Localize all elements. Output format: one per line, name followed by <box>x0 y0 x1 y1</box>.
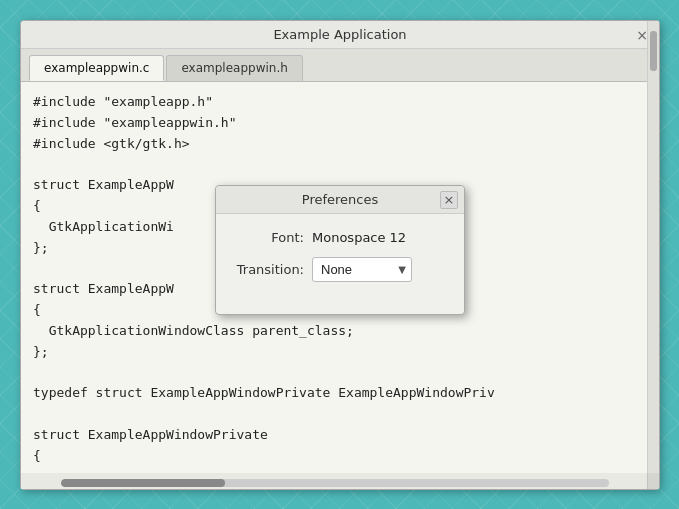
app-title: Example Application <box>273 27 406 42</box>
preferences-close-button[interactable]: × <box>440 191 458 209</box>
preferences-title: Preferences <box>302 192 378 207</box>
app-title-bar: Example Application × <box>21 21 659 49</box>
scrollbar-thumb[interactable] <box>650 31 657 71</box>
progress-bar <box>61 479 609 487</box>
preferences-dialog: Preferences × Font: Monospace 12 Transit… <box>215 185 465 315</box>
font-row: Font: Monospace 12 <box>232 230 448 245</box>
font-value-display: Monospace 12 <box>312 230 406 245</box>
transition-select[interactable]: None Crossfade Slide <box>312 257 412 282</box>
tab-exampleappwin-c[interactable]: exampleappwin.c <box>29 55 164 81</box>
font-label: Font: <box>232 230 312 245</box>
transition-select-wrapper: None Crossfade Slide ▼ <box>312 257 412 282</box>
transition-label: Transition: <box>232 262 312 277</box>
transition-row: Transition: None Crossfade Slide ▼ <box>232 257 448 282</box>
font-size: 12 <box>390 230 407 245</box>
scrollbar[interactable] <box>647 21 659 489</box>
preferences-body: Font: Monospace 12 Transition: None Cros… <box>216 214 464 314</box>
tab-bar: exampleappwin.c exampleappwin.h <box>21 49 659 82</box>
tab-exampleappwin-h[interactable]: exampleappwin.h <box>166 55 302 81</box>
progress-fill <box>61 479 225 487</box>
status-bar <box>21 473 659 489</box>
font-name: Monospace <box>312 230 386 245</box>
preferences-title-bar: Preferences × <box>216 186 464 214</box>
